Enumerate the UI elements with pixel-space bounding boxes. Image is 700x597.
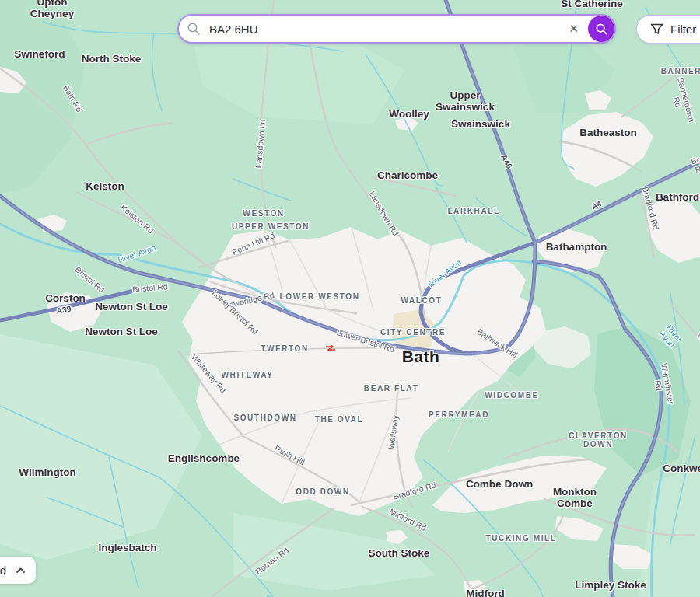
filter-icon — [650, 23, 663, 35]
search-bar: ✕ — [177, 14, 616, 44]
search-submit-button[interactable] — [588, 16, 614, 42]
filter-button[interactable]: Filter — [636, 15, 700, 44]
map-graphics — [0, 0, 700, 597]
filter-label: Filter — [670, 23, 696, 36]
bottom-toggle-label: d — [0, 564, 6, 577]
search-icon — [187, 22, 201, 36]
search-input[interactable] — [208, 22, 564, 37]
clear-search-icon[interactable]: ✕ — [564, 22, 588, 36]
map-canvas[interactable]: Upton CheyneySwinefordNorth StokeSt Cath… — [0, 0, 700, 597]
rail-station-icon — [325, 341, 336, 355]
search-submit-icon — [595, 23, 608, 36]
chevron-up-icon — [16, 567, 26, 574]
bottom-panel-toggle[interactable]: d — [0, 557, 36, 584]
